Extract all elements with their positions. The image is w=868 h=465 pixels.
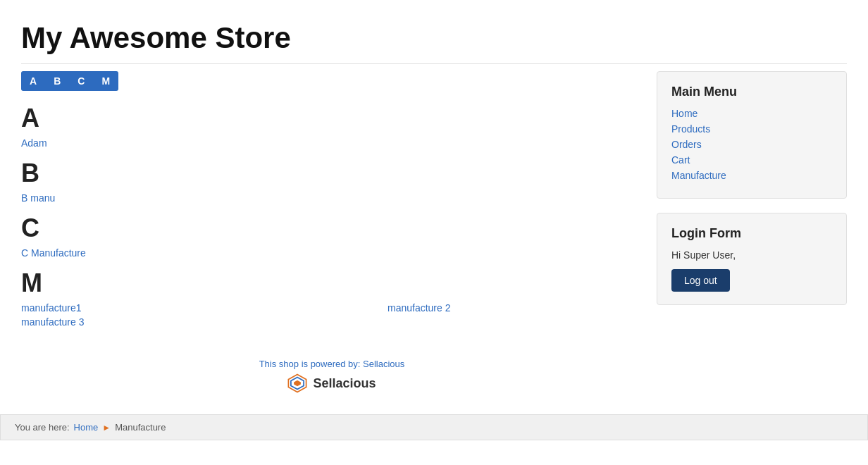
menu-item-orders[interactable]: Orders (671, 139, 832, 150)
section-a: A Adam (21, 104, 643, 151)
alpha-nav: A B C M (21, 71, 643, 91)
alpha-nav-a[interactable]: A (21, 71, 45, 91)
menu-item-home[interactable]: Home (671, 108, 832, 119)
section-m: M manufacture1 manufacture 3 manufacture… (21, 268, 643, 330)
m-links-row: manufacture1 manufacture 3 manufacture 2 (21, 302, 643, 330)
m-col2: manufacture 2 (388, 302, 451, 330)
main-menu-box: Main Menu Home Products Orders Cart Manu… (657, 71, 847, 199)
link-manufacture1[interactable]: manufacture1 (21, 302, 176, 314)
logout-button[interactable]: Log out (671, 269, 730, 292)
svg-marker-2 (294, 380, 302, 386)
link-manufacture3[interactable]: manufacture 3 (21, 316, 176, 328)
breadcrumb-current: Manufacture (115, 422, 166, 433)
link-manufacture2[interactable]: manufacture 2 (388, 302, 451, 314)
alpha-nav-c[interactable]: C (69, 71, 93, 91)
section-letter-m: M (21, 268, 643, 298)
login-form-box: Login Form Hi Super User, Log out (657, 213, 847, 305)
alpha-nav-m[interactable]: M (93, 71, 118, 91)
powered-text: This shop is powered by: Sellacious (21, 359, 643, 369)
section-c: C C Manufacture (21, 213, 643, 261)
menu-item-products[interactable]: Products (671, 123, 832, 135)
content-area: A B C M A Adam B B manu C C Manufacture (21, 71, 643, 400)
footer-brand-name: Sellacious (313, 376, 376, 391)
login-form-title: Login Form (671, 226, 832, 241)
breadcrumb-arrow: ► (102, 423, 111, 433)
section-b: B B manu (21, 159, 643, 206)
alpha-nav-b[interactable]: B (45, 71, 69, 91)
main-menu-title: Main Menu (671, 85, 832, 99)
link-b-manu[interactable]: B manu (21, 192, 55, 204)
link-c-manufacture[interactable]: C Manufacture (21, 247, 86, 259)
m-col1: manufacture1 manufacture 3 (21, 302, 176, 330)
section-letter-b: B (21, 159, 643, 188)
menu-item-cart[interactable]: Cart (671, 154, 832, 166)
section-letter-a: A (21, 104, 643, 133)
login-greeting: Hi Super User, (671, 249, 832, 261)
store-title: My Awesome Store (21, 14, 847, 55)
link-adam[interactable]: Adam (21, 137, 47, 149)
breadcrumb-home[interactable]: Home (74, 422, 99, 433)
section-letter-c: C (21, 213, 643, 243)
sellacious-icon (287, 373, 307, 393)
sidebar: Main Menu Home Products Orders Cart Manu… (657, 71, 847, 400)
you-are-here-label: You are here: (15, 422, 70, 433)
footer: This shop is powered by: Sellacious Sell… (21, 337, 643, 400)
footer-logo-row: Sellacious (21, 373, 643, 393)
breadcrumb-bar: You are here: Home ► Manufacture (0, 414, 868, 440)
menu-item-manufacture[interactable]: Manufacture (671, 170, 832, 181)
